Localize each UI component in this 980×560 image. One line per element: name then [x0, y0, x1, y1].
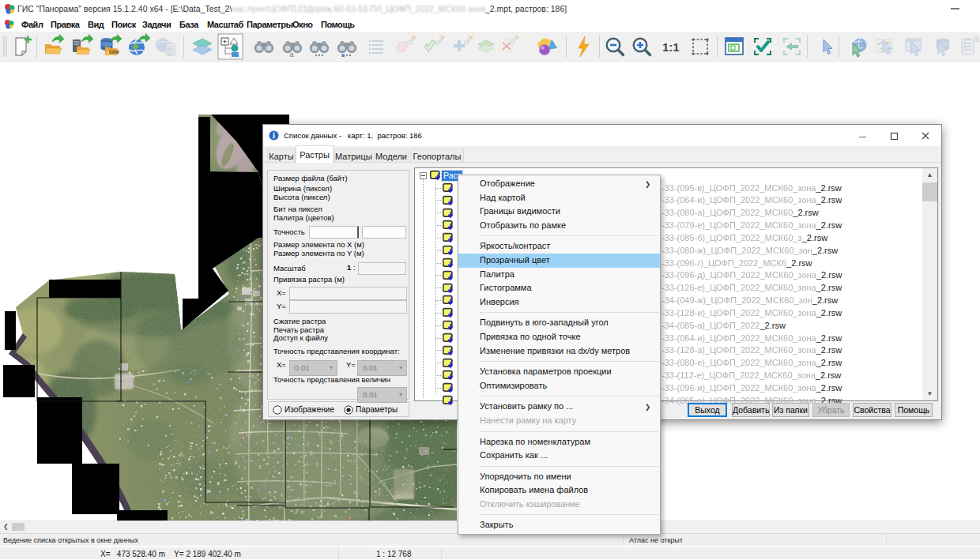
svg-text:1:1: 1:1 [662, 40, 680, 54]
svg-text:a: a [290, 51, 294, 58]
svg-text:a: a [974, 32, 980, 44]
svg-text:DBM: DBM [109, 50, 119, 54]
